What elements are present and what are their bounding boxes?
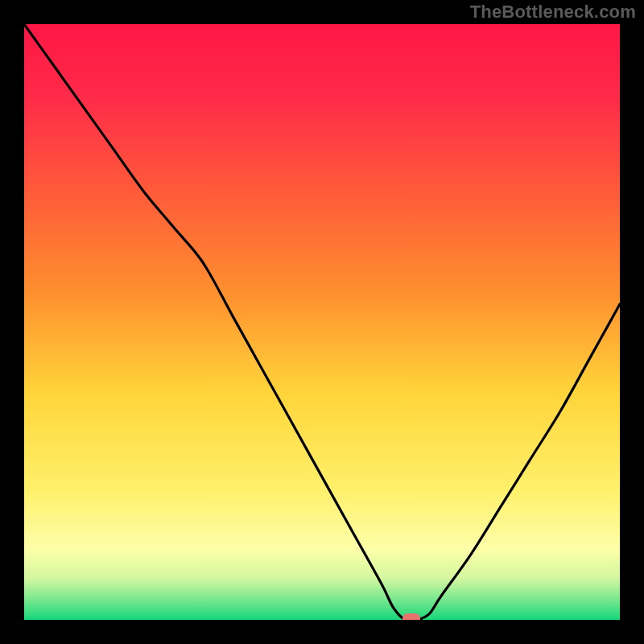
- chart-frame: TheBottleneck.com: [0, 0, 644, 644]
- plot-area: [24, 24, 620, 620]
- watermark-text: TheBottleneck.com: [470, 2, 636, 23]
- gradient-background: [24, 24, 620, 620]
- optimal-marker: [402, 613, 420, 620]
- bottleneck-chart: [24, 24, 620, 620]
